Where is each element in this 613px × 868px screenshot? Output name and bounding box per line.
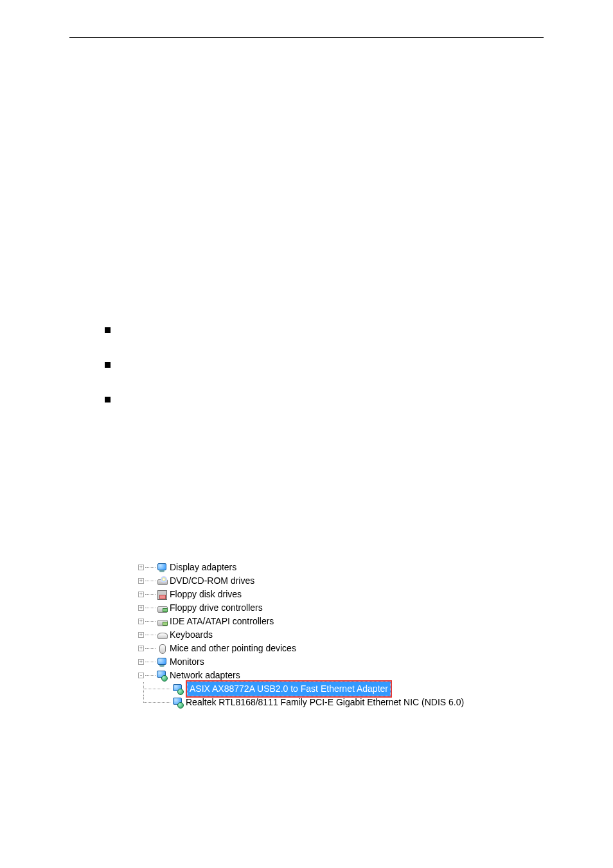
- tree-node-floppy-controllers[interactable]: + Floppy drive controllers: [138, 601, 464, 615]
- bullet-list: [105, 327, 111, 431]
- tree-connector: [145, 662, 155, 663]
- expand-icon[interactable]: +: [138, 632, 144, 638]
- bullet-square-icon: [105, 362, 111, 368]
- tree-connector: [145, 608, 155, 609]
- network-adapter-icon: [157, 671, 167, 681]
- tree-label: Keyboards: [170, 628, 213, 642]
- display-adapter-icon: [157, 563, 167, 573]
- tree-connector: [145, 594, 155, 595]
- tree-label: DVD/CD-ROM drives: [170, 574, 254, 588]
- tree-connector: [145, 567, 155, 568]
- dvd-drive-icon: [157, 576, 167, 586]
- tree-connector: [141, 696, 172, 709]
- network-adapter-icon: [173, 684, 183, 694]
- tree-label[interactable]: ASIX AX88772A USB2.0 to Fast Ethernet Ad…: [187, 682, 391, 696]
- tree-node-ide-atapi[interactable]: + IDE ATA/ATAPI controllers: [138, 615, 464, 628]
- tree-node-display-adapters[interactable]: + Display adapters: [138, 561, 464, 574]
- expand-icon[interactable]: +: [138, 619, 144, 624]
- tree-node-realtek-adapter[interactable]: Realtek RTL8168/8111 Family PCI-E Gigabi…: [141, 696, 464, 709]
- expand-icon[interactable]: +: [138, 592, 144, 597]
- tree-label: Monitors: [170, 655, 204, 669]
- mouse-icon: [157, 644, 167, 654]
- tree-connector: [145, 648, 155, 649]
- tree-label: Mice and other pointing devices: [170, 642, 296, 655]
- tree-node-monitors[interactable]: + Monitors: [138, 655, 464, 669]
- collapse-icon[interactable]: -: [138, 673, 144, 678]
- selection-highlight-box: ASIX AX88772A USB2.0 to Fast Ethernet Ad…: [186, 680, 392, 698]
- keyboard-icon: [157, 630, 167, 640]
- monitor-icon: [157, 657, 167, 667]
- floppy-disk-icon: [157, 590, 167, 600]
- bullet-square-icon: [105, 327, 111, 333]
- tree-node-keyboards[interactable]: + Keyboards: [138, 628, 464, 642]
- header-rule: [69, 37, 544, 38]
- network-adapters-children: ASIX AX88772A USB2.0 to Fast Ethernet Ad…: [141, 682, 464, 709]
- tree-connector: [145, 621, 155, 622]
- tree-node-floppy-disk[interactable]: + Floppy disk drives: [138, 588, 464, 601]
- expand-icon[interactable]: +: [138, 659, 144, 665]
- tree-node-dvd-cd-rom[interactable]: + DVD/CD-ROM drives: [138, 574, 464, 588]
- tree-label: Realtek RTL8168/8111 Family PCI-E Gigabi…: [186, 696, 464, 709]
- tree-label: Floppy disk drives: [170, 588, 242, 601]
- ide-controller-icon: [157, 617, 167, 627]
- document-page: + Display adapters + DVD/CD-ROM drives +…: [0, 0, 613, 868]
- expand-icon[interactable]: +: [138, 578, 144, 584]
- expand-icon[interactable]: +: [138, 646, 144, 651]
- tree-label: Display adapters: [170, 561, 236, 574]
- network-adapter-icon: [173, 698, 183, 708]
- expand-icon[interactable]: +: [138, 605, 144, 611]
- tree-node-mice[interactable]: + Mice and other pointing devices: [138, 642, 464, 655]
- device-manager-tree: + Display adapters + DVD/CD-ROM drives +…: [138, 561, 464, 709]
- tree-connector: [145, 635, 155, 636]
- tree-label: Floppy drive controllers: [170, 601, 263, 615]
- bullet-square-icon: [105, 397, 111, 402]
- expand-icon[interactable]: +: [138, 565, 144, 570]
- tree-connector: [141, 682, 172, 696]
- tree-connector: [145, 581, 155, 582]
- tree-label: IDE ATA/ATAPI controllers: [170, 615, 274, 628]
- floppy-controller-icon: [157, 603, 167, 613]
- tree-connector: [145, 675, 155, 676]
- tree-node-asix-adapter[interactable]: ASIX AX88772A USB2.0 to Fast Ethernet Ad…: [141, 682, 464, 696]
